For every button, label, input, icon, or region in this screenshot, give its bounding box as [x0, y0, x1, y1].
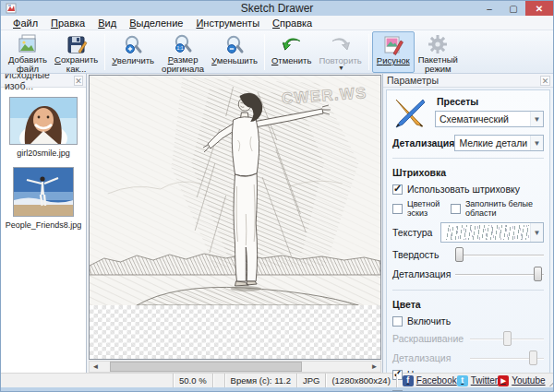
add-file-button[interactable]: Добавить файл [5, 31, 51, 73]
batch-mode-button[interactable]: Пакетный режим [415, 31, 462, 73]
parameters-close-icon[interactable]: ✕ [540, 76, 550, 86]
sketch-image: CWER.WS [90, 76, 380, 305]
fill-white-checkbox[interactable] [451, 204, 461, 214]
use-hatching-row[interactable]: Использовать штриховку [392, 184, 544, 195]
fill-white-row[interactable]: Заполнить белые области [451, 199, 544, 218]
list-item[interactable]: People_Friends8.jpg [1, 167, 86, 230]
thumbnail-people[interactable] [13, 167, 74, 217]
preset-select[interactable]: Схематический ▼ [435, 111, 544, 127]
chevron-down-icon: ▼ [530, 223, 543, 242]
colorize-label: Раскрашивание [392, 333, 464, 344]
zoom-in-button[interactable]: Увеличить [108, 31, 158, 73]
scroll-right-icon[interactable]: ► [368, 362, 380, 372]
zoom-out-button[interactable]: Уменьшить [208, 31, 261, 73]
add-file-icon [17, 33, 40, 55]
minimize-button[interactable]: – [477, 1, 501, 16]
gear-icon [427, 33, 450, 55]
zoom-level: 50.0 % [173, 374, 212, 387]
parameters-box: Пресеты Схематический ▼ Детализация Мелк… [386, 89, 550, 392]
resize-grip[interactable] [547, 377, 554, 386]
zoom-in-label: Увеличить [112, 56, 154, 65]
original-size-label2: оригинала [162, 65, 204, 74]
render-time: Время (с): 11.2 [224, 374, 296, 387]
add-file-label2: файл [17, 65, 39, 74]
source-images-header: Исходные изоб... ✕ [1, 74, 86, 88]
enable-colors-label: Включить [407, 315, 451, 327]
thumbnail-girl[interactable] [9, 97, 78, 145]
save-as-button[interactable]: Сохранить как... [51, 31, 102, 73]
hardness-slider[interactable] [455, 247, 544, 262]
status-empty-cell [212, 374, 224, 387]
original-size-button[interactable]: 1:1 Размер оригинала [158, 31, 208, 73]
menu-help[interactable]: Справка [266, 17, 319, 30]
picture-button[interactable]: Рисунок [372, 31, 415, 73]
transparency-checker [90, 305, 380, 359]
close-button[interactable]: ✕ [525, 1, 553, 16]
image-dimensions: (1280x800x24) [325, 374, 395, 387]
facebook-link[interactable]: f Facebook [403, 375, 457, 386]
color-detail-slider[interactable] [470, 350, 544, 365]
scrollbar-track[interactable] [102, 362, 368, 372]
twitter-icon: t [457, 375, 468, 386]
menu-tools[interactable]: Инструменты [189, 17, 266, 30]
hatch-detail-slider-thumb[interactable] [534, 267, 542, 281]
picture-icon [381, 33, 404, 56]
save-as-icon [65, 33, 88, 55]
youtube-icon: ▶ [498, 375, 509, 386]
color-detail-slider-thumb[interactable] [529, 350, 537, 365]
colors-section-title: Цвета [392, 299, 544, 310]
hatching-section-title: Штриховка [392, 167, 544, 178]
color-sketch-checkbox[interactable] [392, 204, 403, 214]
window-frame-bottom [1, 387, 553, 391]
save-as-label2: как... [66, 65, 87, 74]
color-sketch-label: Цветной эскиз [407, 199, 451, 218]
enable-colors-checkbox[interactable] [392, 316, 403, 327]
thumbnail-caption: girl20smile.jpg [17, 148, 70, 158]
use-hatching-label: Использовать штриховку [407, 184, 520, 195]
hardness-label: Твердость [392, 249, 450, 260]
twitter-label: Twitter [471, 375, 498, 386]
maximize-button[interactable]: ▢ [501, 1, 525, 16]
colorize-slider[interactable] [470, 331, 544, 346]
parameters-header: Параметры ✕ [383, 74, 553, 88]
thumbnail-caption: People_Friends8.jpg [6, 220, 82, 230]
detail-select[interactable]: Мелкие детали ▼ [454, 135, 544, 151]
youtube-link[interactable]: ▶ Youtube [498, 375, 545, 386]
presets-label: Пресеты [437, 96, 544, 107]
scroll-left-icon[interactable]: ◄ [90, 362, 102, 372]
undo-button[interactable]: Отменить [268, 31, 315, 73]
fill-white-label: Заполнить белые области [465, 199, 544, 218]
redo-icon [329, 33, 352, 56]
texture-preview [445, 225, 530, 240]
file-format: JPG [296, 374, 325, 387]
list-item[interactable]: girl20smile.jpg [1, 97, 86, 158]
scrollbar-thumb[interactable] [110, 362, 302, 372]
twitter-link[interactable]: t Twitter [457, 375, 498, 386]
use-hatching-checkbox[interactable] [392, 184, 403, 195]
canvas-viewport: CWER.WS [89, 75, 381, 360]
horizontal-scrollbar[interactable]: ◄ ► [89, 361, 381, 373]
toolbar-separator [104, 34, 105, 70]
social-links: f Facebook t Twitter ▶ Youtube [396, 374, 554, 387]
menu-file[interactable]: Файл [6, 17, 44, 30]
menu-edit[interactable]: Правка [44, 17, 91, 30]
facebook-label: Facebook [416, 375, 457, 386]
menu-view[interactable]: Вид [91, 17, 123, 30]
texture-select[interactable]: ▼ [440, 222, 544, 243]
pencil-brush-icon [392, 96, 428, 129]
undo-label: Отменить [271, 56, 311, 65]
status-bar: 50.0 % Время (с): 11.2 JPG (1280x800x24)… [1, 373, 553, 387]
detail-value: Мелкие детали [459, 137, 527, 148]
toolbar-separator [368, 34, 369, 70]
menu-selection[interactable]: Выделение [123, 17, 189, 30]
hardness-slider-thumb[interactable] [455, 247, 464, 262]
colorize-slider-thumb[interactable] [503, 331, 512, 346]
hatch-detail-slider[interactable] [455, 267, 544, 281]
chevron-down-icon: ▼ [530, 136, 543, 150]
enable-colors-row[interactable]: Включить [392, 315, 544, 327]
undo-icon [280, 33, 303, 56]
color-sketch-row[interactable]: Цветной эскиз [392, 199, 451, 218]
toolbar-overflow-chevron[interactable]: ▼ [338, 65, 344, 71]
source-panel-close-icon[interactable]: ✕ [74, 76, 83, 86]
main-area: Исходные изоб... ✕ [1, 74, 553, 373]
